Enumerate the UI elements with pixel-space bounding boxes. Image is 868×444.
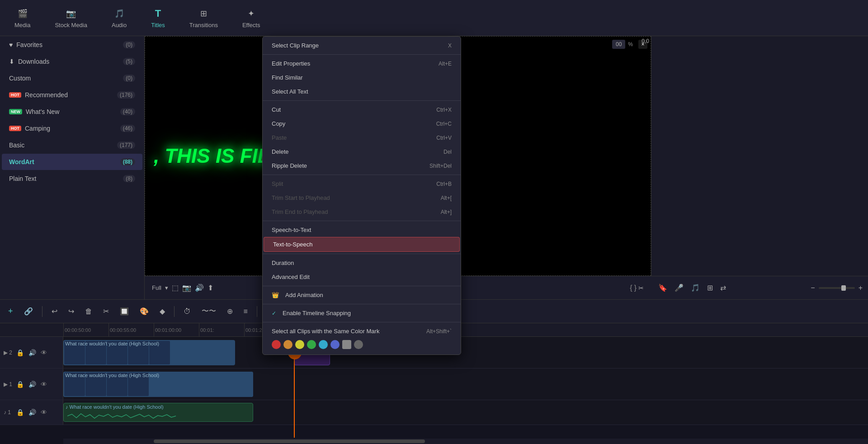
- color-dot-red[interactable]: [272, 340, 281, 349]
- transitions-icon: ⊞: [197, 7, 210, 20]
- scrollbar-thumb[interactable]: [154, 439, 425, 443]
- menu-cut-label: Cut: [272, 106, 281, 113]
- redo-button[interactable]: ↪: [65, 305, 78, 317]
- sidebar-item-basic[interactable]: Basic (177): [2, 137, 142, 153]
- menu-ripple-delete[interactable]: Ripple Delete Shift+Del: [263, 159, 461, 173]
- menu-speech-to-text[interactable]: Speech-to-Text: [263, 223, 461, 237]
- bookmark-button[interactable]: 🔖: [656, 282, 669, 294]
- speed-button[interactable]: ⏱: [180, 306, 194, 317]
- color-dot-green[interactable]: [307, 340, 316, 349]
- zoom-slider-thumb[interactable]: [841, 285, 846, 291]
- menu-snapping-content: ✓ Enable Timeline Snapping: [272, 310, 351, 316]
- music-button[interactable]: 🎵: [689, 282, 702, 294]
- menu-find-similar[interactable]: Find Similar: [263, 71, 461, 85]
- sidebar-item-recommended[interactable]: HOT Recommended (176): [2, 87, 142, 103]
- color-dot-blue[interactable]: [330, 340, 340, 349]
- menu-text-to-speech[interactable]: Text-to-Speech: [264, 237, 460, 252]
- sidebar-item-plain-text[interactable]: Plain Text (8): [2, 170, 142, 187]
- preview-close-button[interactable]: ×: [638, 40, 647, 49]
- color-dot-orange[interactable]: [283, 340, 292, 349]
- sidebar-item-downloads[interactable]: ⬇ Downloads (5): [2, 53, 142, 70]
- color-button[interactable]: 🎨: [136, 305, 152, 317]
- screenshot-button[interactable]: 📷: [182, 283, 191, 292]
- grid-button[interactable]: ⊞: [705, 282, 715, 294]
- sidebar-item-camping[interactable]: HOT Camping (46): [2, 120, 142, 137]
- sidebar-item-custom[interactable]: Custom (0): [2, 70, 142, 86]
- track-audio-lock[interactable]: 🔒: [15, 408, 25, 417]
- menu-sep-4: [263, 254, 461, 254]
- sidebar-item-whats-new[interactable]: NEW What's New (40): [2, 104, 142, 120]
- crop-button[interactable]: ✂: [638, 284, 644, 292]
- stabilize-button[interactable]: ⊕: [223, 305, 236, 317]
- track-2-eye[interactable]: 👁: [40, 348, 48, 357]
- menu-copy[interactable]: Copy Ctrl+C: [263, 117, 461, 131]
- volume-button[interactable]: 🔊: [195, 283, 204, 292]
- menu-add-animation[interactable]: 👑 Add Animation: [263, 288, 461, 302]
- menu-duration[interactable]: Duration: [263, 256, 461, 270]
- menu-trim-end: Trim End to Playhead Alt+]: [263, 205, 461, 219]
- toolbar-titles[interactable]: T Titles: [146, 4, 170, 32]
- undo-button[interactable]: ↩: [48, 305, 61, 317]
- color-dot-teal[interactable]: [319, 340, 328, 349]
- toolbar-audio[interactable]: 🎵 Audio: [106, 4, 132, 32]
- track-audio-clip[interactable]: ♪ What race wouldn't you date (High Scho…: [63, 403, 253, 422]
- context-menu: Select Clip Range X Edit Properties Alt+…: [262, 36, 461, 355]
- toolbar-stock-media[interactable]: 📷 Stock Media: [49, 4, 93, 32]
- track-1-lock[interactable]: 🔒: [15, 380, 25, 389]
- hot-badge-recommended: HOT: [9, 92, 21, 98]
- track-audio-volume[interactable]: 🔊: [28, 408, 37, 417]
- menu-enable-snapping[interactable]: ✓ Enable Timeline Snapping: [263, 306, 461, 320]
- export-frame-button[interactable]: ⬆: [208, 283, 213, 292]
- screen-fit-button[interactable]: ⬚: [172, 283, 179, 292]
- menu-advanced-edit[interactable]: Advanced Edit: [263, 270, 461, 284]
- color-dot-gray[interactable]: [354, 340, 363, 349]
- menu-trim-end-shortcut: Alt+]: [441, 209, 452, 215]
- menu-split-label: Split: [272, 180, 283, 187]
- swap-button[interactable]: ⇄: [718, 282, 728, 294]
- track-2-volume[interactable]: 🔊: [28, 348, 37, 357]
- menu-edit-properties[interactable]: Edit Properties Alt+E: [263, 57, 461, 71]
- menu-select-clip-range[interactable]: Select Clip Range X: [263, 38, 461, 52]
- timeline-scrollbar[interactable]: [63, 439, 868, 444]
- menu-cut[interactable]: Cut Ctrl+X: [263, 103, 461, 117]
- toolbar-media[interactable]: 🎬 Media: [9, 4, 36, 32]
- link-button[interactable]: 🔗: [20, 305, 37, 317]
- out-marker[interactable]: }: [634, 284, 637, 292]
- custom-count: (0): [123, 75, 135, 82]
- waveform-button[interactable]: 〜〜: [198, 305, 220, 318]
- stock-media-icon: 📷: [65, 7, 77, 20]
- menu-color-label: Select all Clips with the Same Color Mar…: [272, 328, 379, 335]
- toolbar-effects[interactable]: ✦ Effects: [237, 4, 266, 32]
- menu-sep-6: [263, 304, 461, 304]
- effects-label: Effects: [242, 22, 260, 28]
- delete-button[interactable]: 🗑: [81, 306, 96, 317]
- track-2-lock[interactable]: 🔒: [15, 348, 25, 357]
- split-button[interactable]: ✂: [99, 305, 113, 317]
- zoom-in-button[interactable]: +: [859, 284, 863, 292]
- track-1-number: ▶ 1: [4, 381, 13, 387]
- toolbar-transitions[interactable]: ⊞ Transitions: [184, 4, 223, 32]
- track-2-video-clip[interactable]: What race wouldn't you date (High School…: [63, 340, 235, 365]
- add-media-button[interactable]: +: [5, 305, 17, 318]
- toolbar-sep-3: [257, 306, 257, 317]
- menu-delete[interactable]: Delete Del: [263, 145, 461, 159]
- in-marker[interactable]: {: [630, 284, 632, 292]
- audio-mixer-button[interactable]: ≡: [240, 306, 251, 317]
- zoom-out-button[interactable]: −: [811, 284, 815, 292]
- color-dot-yellow[interactable]: [295, 340, 304, 349]
- color-dot-white[interactable]: [342, 340, 351, 349]
- track-audio-eye[interactable]: 👁: [40, 408, 48, 417]
- properties-placeholder: [651, 36, 868, 51]
- track-1-video-clip[interactable]: What race wouldn't you date (High School…: [63, 372, 253, 397]
- menu-select-same-color[interactable]: Select all Clips with the Same Color Mar…: [263, 324, 461, 338]
- menu-select-all-text[interactable]: Select All Text: [263, 85, 461, 99]
- mic-button[interactable]: 🎤: [673, 282, 685, 294]
- crop-timeline-button[interactable]: 🔲: [116, 305, 132, 317]
- track-1-eye[interactable]: 👁: [40, 380, 48, 389]
- keyframe-button[interactable]: ◆: [156, 305, 169, 317]
- zoom-dropdown-button[interactable]: ▾: [165, 284, 168, 291]
- menu-edit-props-shortcut: Alt+E: [439, 61, 452, 67]
- sidebar-item-wordart[interactable]: WordArt (88): [2, 154, 142, 170]
- sidebar-item-favorites[interactable]: ♥ Favorites (0): [2, 37, 142, 53]
- track-1-volume[interactable]: 🔊: [28, 380, 37, 389]
